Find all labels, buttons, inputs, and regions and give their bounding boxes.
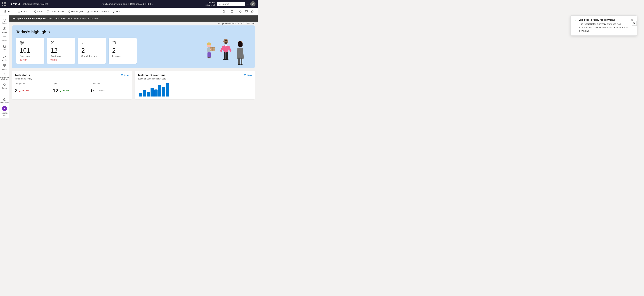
down-arrow-icon — [19, 88, 21, 94]
due-today-number: 12 — [50, 47, 72, 54]
sidebar-item-create[interactable]: Create — [0, 26, 9, 34]
sidebar-item-solutions[interactable]: Solutions [RetailSOA... — [0, 105, 9, 117]
chart-bar — [162, 87, 165, 97]
task-count-filter[interactable]: Filter — [243, 74, 252, 77]
update-banner: We updated the look of reports Take a to… — [9, 16, 258, 22]
task-canceled-value: 0 ▲ (Blank) — [91, 88, 129, 94]
apps-icon — [3, 64, 6, 68]
sidebar-item-home[interactable]: Home — [0, 17, 9, 25]
workspace-label[interactable]: Solutions [RetailSOATest] — [22, 3, 48, 5]
avatar[interactable]: U — [250, 1, 256, 7]
chat-button[interactable]: Chat in Teams — [45, 10, 66, 14]
svg-rect-30 — [3, 66, 4, 67]
last-updated: Last updated 4/4/2023 12:30:05 PM UTC — [9, 22, 258, 26]
sidebar-item-browse[interactable]: Browse — [0, 34, 9, 43]
sidebar-item-apps[interactable]: Apps — [0, 63, 9, 71]
sidebar-item-workspaces[interactable]: Workspaces — [0, 96, 9, 105]
app-name: Power BI — [10, 3, 20, 5]
sidebar-item-deployment[interactable]: Deployment pipelines — [0, 71, 9, 81]
sidebar: Home Create Browse Data hub — [0, 16, 9, 118]
task-count-header: Task count over time Filter — [138, 74, 252, 77]
task-status-title: Task status — [15, 74, 30, 77]
sidebar-item-label: Apps — [2, 68, 6, 70]
svg-rect-63 — [224, 52, 226, 59]
browse-icon — [3, 36, 6, 39]
view-button[interactable] — [230, 9, 234, 14]
sidebar-item-learn[interactable]: Learn — [0, 82, 9, 90]
col-completed: Completed — [15, 83, 53, 85]
open-val: 12 — [53, 88, 58, 94]
svg-rect-70 — [238, 58, 240, 64]
data-hub-icon — [3, 45, 6, 48]
favorite-button[interactable] — [250, 9, 255, 14]
sidebar-item-label: Data hub — [1, 49, 8, 53]
sidebar-item-label: Deployment pipelines — [0, 77, 8, 80]
bookmark-chevron[interactable]: ⌄ — [227, 11, 228, 13]
svg-rect-19 — [4, 20, 5, 22]
task-timeframe: Timeframe : Today — [15, 78, 129, 80]
chevron-down-icon[interactable]: ⌄ — [152, 3, 153, 5]
svg-line-10 — [34, 11, 36, 12]
create-icon — [3, 27, 6, 31]
metrics-icon — [3, 55, 6, 59]
svg-rect-39 — [3, 100, 4, 101]
svg-line-11 — [34, 12, 36, 12]
filter-icon — [243, 74, 246, 77]
svg-point-65 — [223, 59, 226, 60]
subscribe-button[interactable]: Subscribe to report — [86, 10, 111, 14]
filter-icon — [120, 74, 123, 77]
sidebar-item-label: Home — [2, 22, 7, 24]
task-sections: Task status Filter Timeframe : Today Com… — [12, 71, 255, 99]
search-box[interactable] — [217, 2, 245, 6]
view-chevron[interactable]: ⌄ — [236, 11, 237, 13]
svg-point-0 — [219, 3, 220, 5]
svg-point-26 — [3, 45, 6, 46]
subscribe-icon — [87, 10, 89, 13]
report-name: Retail summary store ops — [101, 3, 127, 5]
chart-bar — [166, 83, 169, 97]
svg-point-61 — [224, 42, 227, 44]
file-menu[interactable]: File ⌄ — [3, 10, 16, 14]
completed-number: 2 — [81, 47, 102, 54]
export-menu[interactable]: Export ⌄ — [16, 10, 32, 14]
share-button[interactable]: Share — [32, 10, 45, 14]
edit-button[interactable]: Edit — [112, 10, 122, 14]
task-count-card: Task count over time Filter Based on sch… — [135, 71, 255, 99]
svg-rect-29 — [5, 64, 6, 66]
svg-point-8 — [34, 11, 34, 12]
open-tasks-card: 161 Open tasks 37 high — [16, 38, 44, 64]
bookmark-button[interactable] — [221, 9, 226, 14]
svg-point-73 — [240, 64, 243, 65]
highlights-section: Today's highlights 161 Open tasks — [12, 26, 255, 68]
report-area: Today's highlights 161 Open tasks — [9, 26, 258, 102]
insights-icon — [68, 10, 70, 13]
chart-bar — [147, 92, 150, 97]
open-tasks-label: Open tasks — [20, 55, 41, 57]
chart-bar — [139, 93, 142, 97]
sidebar-item-data-hub[interactable]: Data hub — [0, 43, 9, 54]
highlights-title: Today's highlights — [16, 30, 250, 34]
search-input[interactable] — [222, 3, 243, 5]
svg-point-34 — [5, 75, 6, 76]
svg-line-68 — [229, 47, 230, 51]
data-updated: Data updated 4/4/23 ⌄ — [130, 3, 153, 5]
more-options-button[interactable]: ... — [122, 10, 127, 14]
toolbar: File ⌄ Export ⌄ Share Chat in Teams Get … — [0, 8, 258, 16]
refresh-button[interactable] — [238, 9, 243, 14]
insights-button[interactable]: Get insights — [66, 10, 85, 14]
svg-point-33 — [3, 75, 4, 76]
svg-line-47 — [113, 41, 113, 42]
sidebar-item-label: Learn — [2, 87, 7, 89]
canceled-val: 0 — [91, 88, 94, 94]
comments-button[interactable] — [244, 9, 249, 14]
clock-alarm-icon — [112, 41, 133, 46]
more-menu-button[interactable]: ... — [246, 2, 249, 6]
sidebar-item-metrics[interactable]: Metrics — [0, 54, 9, 62]
app-launcher[interactable] — [2, 2, 6, 6]
completed-delta: -50.0% — [22, 90, 29, 92]
svg-line-48 — [115, 41, 116, 42]
task-status-filter[interactable]: Filter — [120, 74, 129, 77]
open-delta: 71.4% — [63, 90, 69, 92]
svg-line-1 — [220, 4, 220, 5]
svg-rect-38 — [5, 98, 6, 99]
